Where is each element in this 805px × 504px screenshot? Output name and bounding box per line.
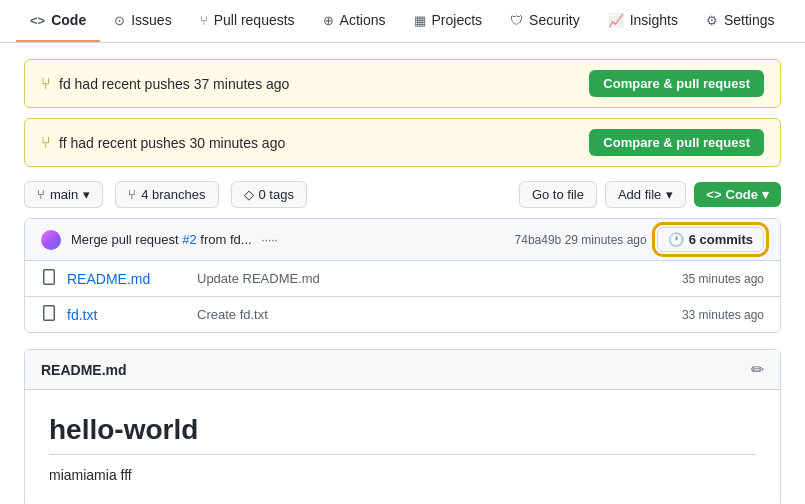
- pull-requests-icon: ⑂: [200, 13, 208, 28]
- branches-link[interactable]: ⑂ 4 branches: [115, 181, 218, 208]
- chevron-down-icon: ▾: [83, 187, 90, 202]
- main-content: ⑂ fd had recent pushes 37 minutes ago Co…: [0, 43, 805, 504]
- compare-pull-request-button-fd[interactable]: Compare & pull request: [589, 70, 764, 97]
- actions-icon: ⊕: [323, 13, 334, 28]
- readme-heading: hello-world: [49, 414, 756, 455]
- nav-item-security[interactable]: 🛡 Security: [496, 0, 594, 42]
- branch-count-icon: ⑂: [128, 187, 136, 202]
- nav-item-projects[interactable]: ▦ Projects: [400, 0, 497, 42]
- readme-content: miamiamia fff: [49, 467, 756, 483]
- nav-item-code[interactable]: <> Code: [16, 0, 100, 42]
- file-commit-msg-readme: Update README.md: [197, 271, 672, 286]
- commit-hash-and-time: 74ba49b 29 minutes ago: [515, 233, 647, 247]
- commit-header-row: Merge pull request #2 from fd... ····· 7…: [25, 219, 780, 261]
- push-banner-fd: ⑂ fd had recent pushes 37 minutes ago Co…: [24, 59, 781, 108]
- compare-pull-request-button-ff[interactable]: Compare & pull request: [589, 129, 764, 156]
- edit-icon[interactable]: ✏: [751, 360, 764, 379]
- file-commit-msg-fdtxt: Create fd.txt: [197, 307, 672, 322]
- nav-item-insights[interactable]: 📈 Insights: [594, 0, 692, 42]
- commits-button[interactable]: 🕐 6 commits: [657, 227, 764, 252]
- repo-nav: <> Code ⊙ Issues ⑂ Pull requests ⊕ Actio…: [0, 0, 805, 43]
- issues-icon: ⊙: [114, 13, 125, 28]
- file-row-fdtxt: fd.txt Create fd.txt 33 minutes ago: [25, 297, 780, 332]
- tag-icon: ◇: [244, 187, 254, 202]
- projects-icon: ▦: [414, 13, 426, 28]
- nav-item-pull-requests[interactable]: ⑂ Pull requests: [186, 0, 309, 42]
- file-icon-readme: [41, 269, 57, 288]
- code-angle-icon: <>: [706, 187, 721, 202]
- settings-icon: ⚙: [706, 13, 718, 28]
- nav-item-actions[interactable]: ⊕ Actions: [309, 0, 400, 42]
- readme-filename: README.md: [41, 362, 127, 378]
- file-table: Merge pull request #2 from fd... ····· 7…: [24, 218, 781, 333]
- clock-icon: 🕐: [668, 232, 684, 247]
- file-time-readme: 35 minutes ago: [682, 272, 764, 286]
- go-to-file-button[interactable]: Go to file: [519, 181, 597, 208]
- nav-item-issues[interactable]: ⊙ Issues: [100, 0, 185, 42]
- file-row-readme: README.md Update README.md 35 minutes ag…: [25, 261, 780, 297]
- file-link-fdtxt[interactable]: fd.txt: [67, 307, 187, 323]
- branch-icon-toolbar: ⑂: [37, 187, 45, 202]
- tags-link[interactable]: ◇ 0 tags: [231, 181, 307, 208]
- branch-icon-fd: ⑂: [41, 75, 51, 93]
- commit-message: Merge pull request #2 from fd... ·····: [71, 232, 505, 247]
- code-button[interactable]: <> Code ▾: [694, 182, 781, 207]
- chevron-down-icon-code: ▾: [762, 187, 769, 202]
- nav-item-settings[interactable]: ⚙ Settings: [692, 0, 789, 42]
- branch-selector[interactable]: ⑂ main ▾: [24, 181, 103, 208]
- readme-body: hello-world miamiamia fff: [25, 390, 780, 504]
- commit-pr-link[interactable]: #2: [182, 232, 196, 247]
- add-file-button[interactable]: Add file ▾: [605, 181, 686, 208]
- repo-toolbar: ⑂ main ▾ ⑂ 4 branches ◇ 0 tags Go to fil…: [24, 181, 781, 208]
- file-icon-fdtxt: [41, 305, 57, 324]
- security-icon: 🛡: [510, 13, 523, 28]
- readme-header: README.md ✏: [25, 350, 780, 390]
- file-link-readme[interactable]: README.md: [67, 271, 187, 287]
- readme-section: README.md ✏ hello-world miamiamia fff: [24, 349, 781, 504]
- avatar: [41, 230, 61, 250]
- chevron-down-icon-add: ▾: [666, 187, 673, 202]
- branch-icon-ff: ⑂: [41, 134, 51, 152]
- insights-icon: 📈: [608, 13, 624, 28]
- file-time-fdtxt: 33 minutes ago: [682, 308, 764, 322]
- code-icon: <>: [30, 13, 45, 28]
- push-banner-ff: ⑂ ff had recent pushes 30 minutes ago Co…: [24, 118, 781, 167]
